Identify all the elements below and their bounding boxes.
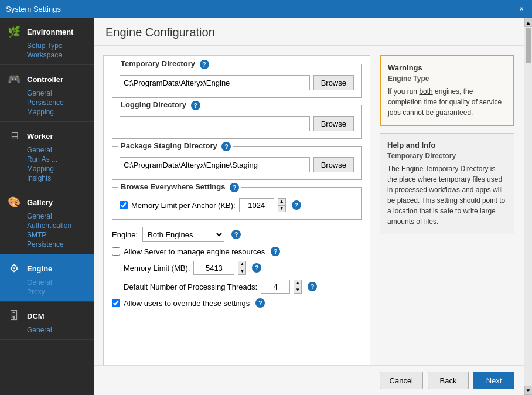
log-dir-input[interactable] — [120, 116, 310, 131]
sidebar-item-gallery-general[interactable]: General — [27, 212, 88, 221]
threads-label: Default Number of Processing Threads: — [124, 282, 257, 291]
temp-dir-input-row: Browse — [120, 75, 354, 90]
sidebar: 🌿 Environment Setup Type Workspace 🎮 Con… — [0, 18, 94, 395]
sidebar-item-worker-mapping[interactable]: Mapping — [27, 164, 88, 173]
override-checkbox[interactable] — [112, 299, 120, 307]
content-header: Engine Configuration — [94, 18, 524, 46]
temp-dir-help-icon[interactable]: ? — [200, 60, 209, 69]
package-dir-browse-btn[interactable]: Browse — [313, 157, 354, 172]
back-button[interactable]: Back — [428, 372, 469, 389]
temp-dir-input[interactable] — [120, 75, 310, 90]
memory-limit-row: Memory Limit per Anchor (KB): ▲ ▼ ? — [120, 198, 354, 212]
sidebar-item-persistence[interactable]: Persistence — [27, 98, 88, 107]
content-area: Engine Configuration Temporary Directory… — [94, 18, 524, 395]
mem-limit-down[interactable]: ▼ — [238, 268, 245, 275]
package-dir-input[interactable] — [120, 157, 310, 172]
allow-server-checkbox[interactable] — [112, 247, 120, 256]
warnings-box: Warnings Engine Type If you run both eng… — [380, 55, 514, 126]
log-dir-section: Logging Directory ? Browse — [112, 105, 362, 139]
content-body: Temporary Directory ? Browse Logging Dir… — [94, 46, 524, 365]
worker-icon: 🖥 — [6, 128, 22, 144]
mem-limit-spinner: ▲ ▼ — [238, 261, 246, 275]
controller-icon: 🎮 — [6, 71, 22, 87]
form-panel: Temporary Directory ? Browse Logging Dir… — [103, 55, 370, 365]
sidebar-section-dcm: 🗄 DCM General — [0, 302, 94, 340]
dcm-icon: 🗄 — [6, 308, 22, 324]
sidebar-worker-title: Worker — [27, 132, 53, 141]
threads-up[interactable]: ▲ — [294, 280, 301, 287]
sidebar-item-setup-type[interactable]: Setup Type — [27, 41, 88, 50]
cancel-button[interactable]: Cancel — [380, 372, 423, 389]
sidebar-item-controller-general[interactable]: General — [27, 88, 88, 98]
sidebar-section-controller: 🎮 Controller General Persistence Mapping — [0, 65, 94, 122]
sidebar-item-dcm-general[interactable]: General — [27, 325, 88, 335]
override-help-icon[interactable]: ? — [255, 298, 265, 308]
footer: Cancel Back Next — [94, 365, 524, 395]
package-dir-input-row: Browse — [120, 157, 354, 172]
threads-row: Default Number of Processing Threads: ▲ … — [112, 280, 362, 294]
engine-selection-row: Engine: Both Engines AMP Engine Original… — [112, 227, 362, 242]
sidebar-section-engine: ⚙ Engine General Proxy — [0, 254, 94, 302]
sidebar-item-insights[interactable]: Insights — [27, 173, 88, 183]
warnings-title: Warnings — [388, 63, 506, 72]
log-dir-legend: Logging Directory ? — [118, 100, 203, 110]
next-button[interactable]: Next — [473, 372, 514, 389]
memory-limit-label: Memory Limit per Anchor (KB): — [131, 201, 236, 210]
threads-input[interactable] — [261, 280, 290, 294]
sidebar-item-workspace[interactable]: Workspace — [27, 50, 88, 60]
mem-limit-mb-input[interactable] — [193, 261, 234, 275]
threads-help-icon[interactable]: ? — [308, 282, 317, 291]
allow-server-help-icon[interactable]: ? — [271, 247, 280, 256]
scroll-thumb — [526, 28, 531, 63]
sidebar-item-proxy[interactable]: Proxy — [27, 287, 88, 297]
sidebar-item-run-as[interactable]: Run As ... — [27, 155, 88, 164]
right-panel: Warnings Engine Type If you run both eng… — [380, 55, 514, 365]
threads-down[interactable]: ▼ — [294, 287, 301, 294]
mem-limit-up[interactable]: ▲ — [238, 261, 245, 268]
package-dir-help-icon[interactable]: ? — [221, 142, 231, 151]
title-bar: System Settings × — [0, 0, 532, 18]
memory-limit-help-icon[interactable]: ? — [292, 200, 301, 210]
memory-limit-spinner: ▲ ▼ — [278, 198, 286, 212]
memory-limit-up[interactable]: ▲ — [278, 199, 285, 206]
package-dir-section: Package Staging Directory ? Browse — [112, 146, 362, 180]
scroll-down-arrow[interactable]: ▼ — [524, 386, 533, 395]
browse-everywhere-help-icon[interactable]: ? — [230, 183, 239, 192]
log-dir-input-row: Browse — [120, 116, 354, 131]
engine-label: Engine: — [112, 230, 138, 239]
scroll-up-arrow[interactable]: ▲ — [524, 18, 533, 27]
sidebar-engine-title: Engine — [27, 264, 52, 273]
sidebar-item-engine-general[interactable]: General — [27, 278, 88, 287]
sidebar-item-authentication[interactable]: Authentication — [27, 221, 88, 230]
mem-limit-mb-row: Memory Limit (MB): ▲ ▼ ? — [112, 261, 362, 275]
browse-everywhere-section: Browse Everywhere Settings ? Memory Limi… — [112, 187, 362, 220]
sidebar-item-gallery-persistence[interactable]: Persistence — [27, 240, 88, 249]
warnings-subtitle: Engine Type — [388, 74, 506, 83]
log-dir-help-icon[interactable]: ? — [191, 101, 200, 110]
override-label: Allow users to override these settings — [124, 299, 250, 308]
engine-dropdown[interactable]: Both Engines AMP Engine Original Engine — [142, 227, 224, 242]
memory-limit-checkbox[interactable] — [120, 201, 128, 209]
sidebar-item-controller-mapping[interactable]: Mapping — [27, 107, 88, 117]
memory-limit-down[interactable]: ▼ — [278, 206, 285, 212]
sidebar-item-worker-general[interactable]: General — [27, 145, 88, 155]
sidebar-item-smtp[interactable]: SMTP — [27, 230, 88, 240]
sidebar-section-gallery: 🎨 Gallery General Authentication SMTP Pe… — [0, 188, 94, 254]
override-row: Allow users to override these settings ? — [112, 298, 362, 308]
sidebar-section-worker: 🖥 Worker General Run As ... Mapping Insi… — [0, 122, 94, 188]
mem-limit-help-icon[interactable]: ? — [252, 263, 261, 273]
title-bar-text: System Settings — [6, 5, 61, 13]
close-button[interactable]: × — [517, 4, 526, 13]
engine-help-icon[interactable]: ? — [231, 230, 241, 239]
environment-icon: 🌿 — [6, 23, 22, 40]
engine-icon: ⚙ — [6, 260, 22, 277]
memory-limit-input[interactable] — [239, 198, 274, 212]
sidebar-sections: 🌿 Environment Setup Type Workspace 🎮 Con… — [0, 18, 94, 340]
temp-dir-section: Temporary Directory ? Browse — [112, 64, 362, 98]
package-dir-legend: Package Staging Directory ? — [118, 141, 233, 151]
main-layout: 🌿 Environment Setup Type Workspace 🎮 Con… — [0, 18, 532, 395]
temp-dir-browse-btn[interactable]: Browse — [313, 75, 354, 90]
log-dir-browse-btn[interactable]: Browse — [313, 116, 354, 131]
sidebar-dcm-title: DCM — [27, 312, 45, 321]
gallery-icon: 🎨 — [6, 194, 22, 210]
